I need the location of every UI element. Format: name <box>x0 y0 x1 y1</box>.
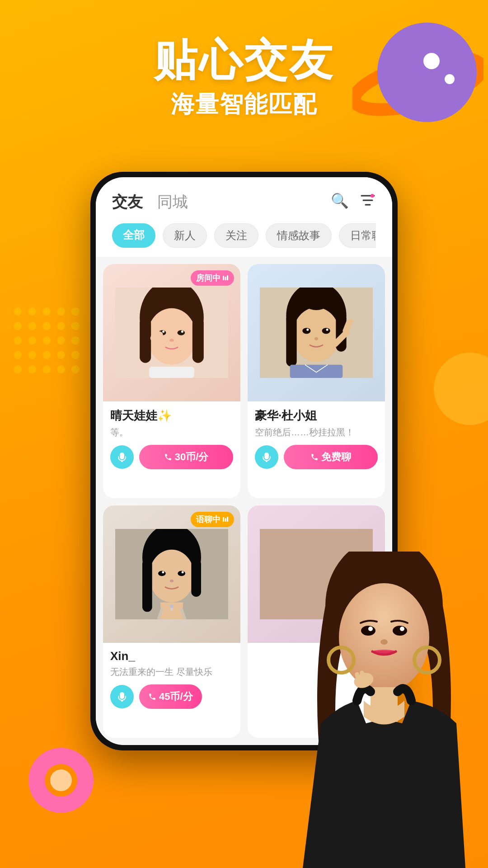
svg-point-30 <box>322 328 330 334</box>
svg-point-1 <box>377 23 477 122</box>
card-2-info: 豪华·杜小姐 空前绝后……秒挂拉黑！ 免费聊 <box>248 401 385 498</box>
pill-new[interactable]: 新人 <box>163 223 207 248</box>
search-icon[interactable]: 🔍 <box>331 192 349 212</box>
category-pills: 全部 新人 关注 情感故事 日常聊天 <box>112 223 376 257</box>
svg-point-47 <box>182 571 184 573</box>
svg-point-33 <box>314 337 318 340</box>
svg-rect-54 <box>223 517 224 522</box>
card-2-price-btn[interactable]: 免费聊 <box>284 445 378 469</box>
svg-rect-43 <box>191 559 201 597</box>
svg-rect-21 <box>225 277 226 280</box>
pill-all[interactable]: 全部 <box>112 223 155 248</box>
svg-rect-20 <box>223 276 224 280</box>
card-1-name: 晴天娃娃✨ <box>110 408 233 424</box>
svg-rect-26 <box>286 314 296 367</box>
svg-rect-34 <box>290 365 343 378</box>
pill-follow[interactable]: 关注 <box>214 223 258 248</box>
card-3-avatar: 语聊中 <box>103 505 240 643</box>
nav-tabs: 交友 同城 <box>112 192 188 212</box>
svg-point-32 <box>326 329 328 331</box>
card-1-actions: 30币/分 <box>110 445 233 469</box>
nav-tab-friends[interactable]: 交友 <box>112 192 143 212</box>
svg-rect-42 <box>142 559 152 612</box>
svg-point-59 <box>339 583 429 692</box>
card-3-desc: 无法重来的一生 尽量快乐 <box>110 666 233 678</box>
svg-point-16 <box>181 330 183 333</box>
svg-rect-56 <box>227 517 228 522</box>
card-1-desc: 等。 <box>110 426 233 439</box>
card-3-name: Xin_ <box>110 649 233 663</box>
card-1-avatar: 房间中 <box>103 264 240 401</box>
card-1-status: 房间中 <box>191 270 234 286</box>
svg-point-15 <box>162 330 164 333</box>
app-header: 交友 同城 🔍 全部 新人 关注 情感故 <box>96 177 392 257</box>
user-card-2[interactable]: 豪华·杜小姐 空前绝后……秒挂拉黑！ 免费聊 <box>248 264 385 498</box>
svg-point-6 <box>50 769 72 791</box>
card-2-voice-btn[interactable] <box>255 445 278 469</box>
nav-tab-nearby[interactable]: 同城 <box>157 192 188 212</box>
card-2-avatar <box>248 264 385 401</box>
card-2-name: 豪华·杜小姐 <box>255 408 378 424</box>
svg-rect-18 <box>149 367 194 378</box>
svg-point-7 <box>371 194 374 198</box>
svg-point-25 <box>293 307 339 362</box>
svg-point-14 <box>178 330 185 335</box>
background-circle-right <box>434 353 488 425</box>
nav-icons: 🔍 <box>331 192 376 212</box>
svg-point-17 <box>169 339 174 342</box>
card-3-actions: 45币/分 <box>110 684 233 709</box>
pill-chat[interactable]: 日常聊天 <box>339 223 376 248</box>
svg-point-28 <box>301 288 332 310</box>
card-1-voice-btn[interactable] <box>110 445 134 469</box>
app-nav: 交友 同城 🔍 <box>112 192 376 212</box>
user-card-1[interactable]: 房间中 晴天娃娃✨ 等。 30币/分 <box>103 264 240 498</box>
svg-point-48 <box>170 580 174 583</box>
card-3-info: Xin_ 无法重来的一生 尽量快乐 45币/分 <box>103 643 240 738</box>
card-2-desc: 空前绝后……秒挂拉黑！ <box>255 426 378 439</box>
svg-point-53 <box>171 608 173 610</box>
svg-rect-22 <box>227 275 228 280</box>
card-3-status: 语聊中 <box>191 512 234 527</box>
pill-stories[interactable]: 情感故事 <box>266 223 332 248</box>
svg-point-62 <box>368 627 373 631</box>
svg-point-45 <box>178 571 185 576</box>
card-1-info: 晴天娃娃✨ 等。 30币/分 <box>103 401 240 498</box>
svg-point-61 <box>393 626 407 636</box>
svg-point-60 <box>361 626 375 636</box>
svg-rect-12 <box>192 318 204 363</box>
svg-rect-11 <box>140 318 151 363</box>
card-3-price-btn[interactable]: 45币/分 <box>139 684 202 709</box>
filter-icon[interactable] <box>360 192 376 212</box>
planet-decoration <box>352 14 483 137</box>
bottom-person-image <box>276 552 488 868</box>
background-dots <box>14 307 80 373</box>
svg-point-52 <box>170 604 174 608</box>
svg-point-3 <box>445 74 455 84</box>
svg-point-31 <box>306 329 309 331</box>
card-1-price-btn[interactable]: 30币/分 <box>139 445 233 469</box>
card-3-voice-btn[interactable] <box>110 685 134 708</box>
svg-point-41 <box>149 550 194 603</box>
user-card-3[interactable]: 语聊中 Xin_ 无法重来的一生 尽量快乐 45币/分 <box>103 505 240 738</box>
svg-point-44 <box>158 571 166 576</box>
svg-point-29 <box>302 328 310 334</box>
svg-point-2 <box>423 53 440 69</box>
svg-point-46 <box>162 571 164 573</box>
svg-point-64 <box>380 639 388 645</box>
card-2-actions: 免费聊 <box>255 445 378 469</box>
donut-decoration <box>25 744 97 818</box>
svg-point-63 <box>400 627 404 631</box>
svg-rect-55 <box>225 518 226 522</box>
